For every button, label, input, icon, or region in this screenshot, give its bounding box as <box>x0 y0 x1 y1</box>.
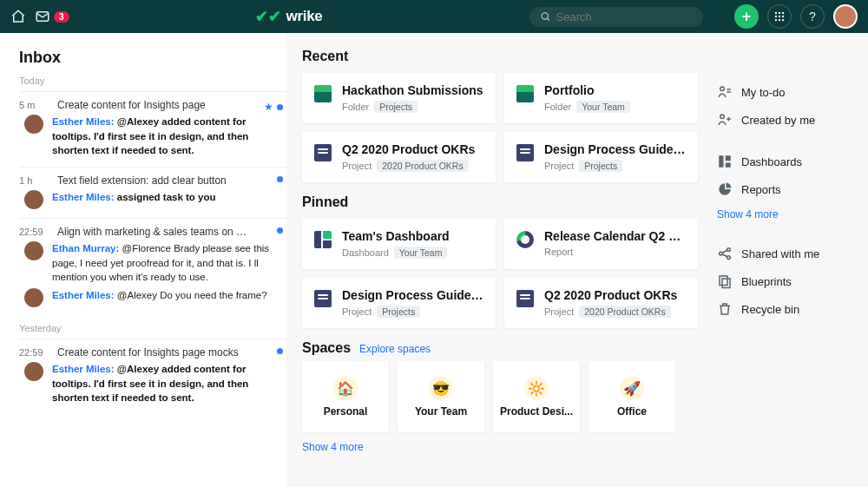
svg-point-3 <box>779 12 780 14</box>
side-item-blue[interactable]: Blueprints <box>715 267 856 295</box>
message-indicators <box>277 227 283 234</box>
sender-avatar <box>24 115 43 134</box>
unread-dot <box>277 104 283 110</box>
side-item-bin[interactable]: Recycle bin <box>715 295 856 323</box>
apps-icon <box>773 10 786 23</box>
spaces-show-more[interactable]: Show 4 more <box>302 441 364 453</box>
search-icon <box>540 10 551 23</box>
space-card[interactable]: 🏠Personal <box>302 361 389 432</box>
space-card[interactable]: 😎Your Team <box>398 361 484 432</box>
sender-avatar <box>24 241 43 260</box>
side-item-label: Reports <box>741 183 781 196</box>
pinned-card[interactable]: Design Process Guideli...ProjectProjects <box>302 278 496 328</box>
card-title: Design Process Guideli... <box>342 288 483 302</box>
inbox-header-button[interactable]: 3 <box>35 9 69 24</box>
message-indicators <box>277 176 283 182</box>
svg-point-9 <box>779 19 780 21</box>
message-body: Esther Miles: @Alexey Do you need the fr… <box>52 288 267 303</box>
card-meta: ProjectProjects <box>544 160 686 172</box>
global-search[interactable] <box>529 7 703 27</box>
unread-dot <box>277 176 283 182</box>
side-item-share[interactable]: Shared with me <box>715 240 856 267</box>
space-label: Product Desi... <box>500 405 573 418</box>
explore-spaces-link[interactable]: Explore spaces <box>359 343 431 355</box>
message-subject: Text field extension: add clear button <box>57 174 276 187</box>
sender-avatar <box>24 288 43 307</box>
inbox-message[interactable]: 22:59Create content for Insights page mo… <box>19 339 286 414</box>
svg-point-1 <box>542 13 548 19</box>
message-time: 22:59 <box>19 347 49 358</box>
app-logo[interactable]: ✔✔ wrike <box>255 7 322 26</box>
home-icon[interactable] <box>10 9 26 24</box>
pinned-card[interactable]: Release Calendar Q2 20...Report <box>504 219 698 269</box>
logo-mark: ✔✔ <box>255 7 280 26</box>
inbox-message[interactable]: 1 hText field extension: add clear butto… <box>19 167 286 218</box>
message-time: 22:59 <box>19 227 49 237</box>
side-item-label: Recycle bin <box>741 303 799 316</box>
message-time: 1 h <box>19 175 49 186</box>
inbox-message[interactable]: 22:59Align with marketing & sales teams … <box>19 218 286 316</box>
side-item-report[interactable]: Reports <box>715 175 856 203</box>
project-icon <box>314 290 332 307</box>
recent-title: Recent <box>302 49 698 64</box>
message-time: 5 m <box>19 100 49 110</box>
dash-icon <box>717 154 733 169</box>
svg-rect-15 <box>726 163 731 168</box>
card-title: Q2 2020 Product OKRs <box>342 142 483 156</box>
side-item-label: Blueprints <box>741 275 792 288</box>
svg-point-2 <box>775 12 777 14</box>
side-item-dash[interactable]: Dashboards <box>715 148 856 175</box>
inbox-message[interactable]: ★5 mCreate content for Insights pageEsth… <box>19 91 286 167</box>
report-icon <box>516 231 534 248</box>
card-meta: FolderYour Team <box>544 101 686 113</box>
user-avatar[interactable] <box>833 4 858 29</box>
location-tag: Your Team <box>576 101 630 113</box>
message-body: Esther Miles: @Alexey added content for … <box>52 362 276 405</box>
folder-icon <box>314 85 332 102</box>
svg-rect-14 <box>726 155 731 161</box>
side-show-more[interactable]: Show 4 more <box>715 203 856 226</box>
message-body: Esther Miles: assigned task to you <box>52 190 216 205</box>
create-button[interactable]: + <box>734 4 759 29</box>
main-panel: Recent Hackathon SubmissionsFolderProjec… <box>286 33 710 487</box>
envelope-icon <box>35 9 50 24</box>
side-item-created[interactable]: Created by me <box>715 106 856 134</box>
apps-button[interactable] <box>767 4 792 29</box>
help-button[interactable]: ? <box>800 4 825 29</box>
inbox-panel: Inbox Today★5 mCreate content for Insigh… <box>0 33 286 487</box>
search-input[interactable] <box>556 10 693 23</box>
card-meta: FolderProjects <box>342 101 483 113</box>
pinned-card[interactable]: Team's DashboardDashboardYour Team <box>302 219 496 269</box>
pinned-section: Pinned Team's DashboardDashboardYour Tea… <box>302 194 698 328</box>
dash-icon <box>314 231 332 248</box>
unread-dot <box>277 348 283 354</box>
space-label: Personal <box>324 405 368 418</box>
space-card[interactable]: 🚀Office <box>589 361 675 432</box>
space-icon: 🚀 <box>620 376 644 400</box>
message-body: Esther Miles: @Alexey added content for … <box>52 115 276 158</box>
recent-card[interactable]: Design Process Guideli...ProjectProjects <box>504 132 698 182</box>
card-meta: DashboardYour Team <box>342 247 483 259</box>
recent-card[interactable]: Hackathon SubmissionsFolderProjects <box>302 73 496 123</box>
share-icon <box>717 246 733 261</box>
side-item-todo[interactable]: My to-do <box>715 78 856 106</box>
bin-icon <box>717 301 733 317</box>
card-title: Team's Dashboard <box>342 229 483 243</box>
svg-point-10 <box>782 19 784 21</box>
message-body: Ethan Murray: @Florence Brady please see… <box>52 241 276 285</box>
recent-card[interactable]: PortfolioFolderYour Team <box>504 73 698 123</box>
svg-point-5 <box>775 16 777 17</box>
report-icon <box>717 181 733 197</box>
location-tag: 2020 Product OKRs <box>579 306 670 318</box>
sender-avatar <box>24 190 43 209</box>
location-tag: Projects <box>374 101 418 113</box>
side-item-label: Created by me <box>741 114 815 127</box>
svg-point-11 <box>720 87 725 91</box>
recent-card[interactable]: Q2 2020 Product OKRsProject2020 Product … <box>302 132 496 182</box>
space-card[interactable]: 🔆Product Desi... <box>493 361 580 432</box>
svg-rect-20 <box>722 279 730 288</box>
pinned-card[interactable]: Q2 2020 Product OKRsProject2020 Product … <box>504 278 698 328</box>
project-icon <box>516 290 534 307</box>
card-meta: Project2020 Product OKRs <box>342 160 483 172</box>
message-subject: Create content for Insights page mocks <box>57 346 276 359</box>
